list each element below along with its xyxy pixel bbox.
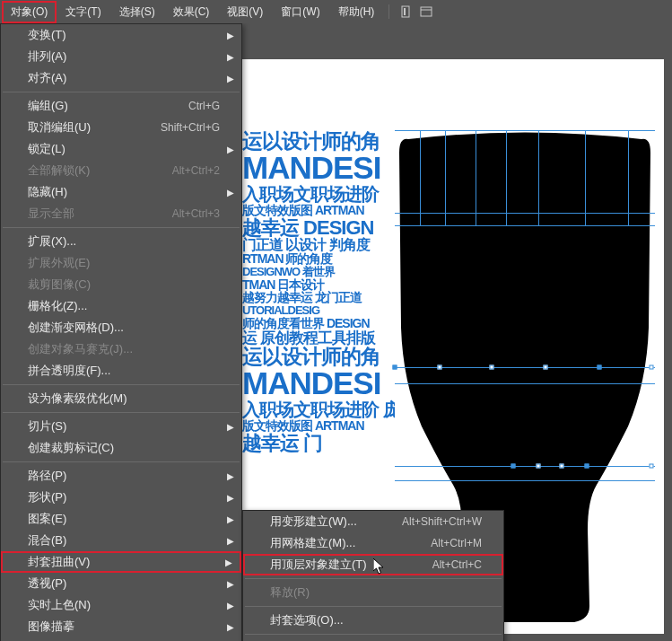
menu-item[interactable]: 对齐(A)▶ xyxy=(1,67,241,89)
submenu-arrow-icon: ▶ xyxy=(227,188,234,198)
svg-rect-2 xyxy=(421,7,432,16)
menu-item[interactable]: 设为像素级优化(M) xyxy=(1,388,241,409)
submenu-arrow-icon: ▶ xyxy=(227,471,234,481)
menu-item[interactable]: 图像描摹▶ xyxy=(1,616,241,637)
menu-item[interactable]: 扩展(X)... xyxy=(1,231,241,252)
text-design-block[interactable]: 运以设计师的角MANDESI入职场文职场进阶版文特效版图 ARTMAN越幸运 D… xyxy=(242,130,395,525)
menu-item[interactable]: 图案(E)▶ xyxy=(1,508,241,530)
menu-item[interactable]: 变换(T)▶ xyxy=(1,24,241,46)
submenu-arrow-icon: ▶ xyxy=(227,31,234,40)
object-menu-dropdown: 变换(T)▶排列(A)▶对齐(A)▶编组(G)Ctrl+G取消编组(U)Shif… xyxy=(0,23,242,641)
design-text-line: 越幸运 DESIGN xyxy=(242,217,395,238)
menu-item: 创建对象马赛克(J)... xyxy=(1,338,241,360)
submenu-arrow-icon: ▶ xyxy=(227,145,234,154)
submenu-arrow-icon: ▶ xyxy=(227,74,234,83)
menu-item[interactable]: 形状(P)▶ xyxy=(1,487,241,508)
design-text-line: 入职场文职场进阶 庞 xyxy=(242,400,395,419)
submenu-arrow-icon: ▶ xyxy=(227,514,234,524)
menu-item: 裁剪图像(C) xyxy=(1,274,241,295)
submenu-arrow-icon: ▶ xyxy=(227,422,234,432)
design-text-line: TMAN 日本设计 xyxy=(242,278,395,292)
menu-item: 显示全部Alt+Ctrl+3 xyxy=(1,203,241,224)
menu-view[interactable]: 视图(V) xyxy=(218,1,272,23)
design-text-line: 运以设计师的角 xyxy=(242,346,395,367)
menu-item[interactable]: 透视(P)▶ xyxy=(1,573,241,594)
menu-item[interactable]: 隐藏(H)▶ xyxy=(1,181,241,203)
menu-object[interactable]: 对象(O) xyxy=(2,1,57,23)
menu-item[interactable]: 实时上色(N)▶ xyxy=(1,594,241,616)
menu-item[interactable]: 拼合透明度(F)... xyxy=(1,360,241,382)
svg-rect-1 xyxy=(404,8,406,15)
menu-item[interactable]: 切片(S)▶ xyxy=(1,416,241,437)
menu-item: 扩展外观(E) xyxy=(1,252,241,274)
menubar: 对象(O) 文字(T) 选择(S) 效果(C) 视图(V) 窗口(W) 帮助(H… xyxy=(0,0,672,23)
design-text-line: 运以设计师的角 xyxy=(242,130,395,152)
menu-help[interactable]: 帮助(H) xyxy=(329,1,384,23)
menu-effect[interactable]: 效果(C) xyxy=(164,1,219,23)
design-text-line: DESIGNWO 着世界 xyxy=(242,266,395,278)
menu-item[interactable]: 文本绕排(W)▶ xyxy=(1,637,241,641)
mouse-cursor-icon xyxy=(373,558,386,578)
submenu-item[interactable]: 用变形建立(W)...Alt+Shift+Ctrl+W xyxy=(243,511,503,532)
menu-type[interactable]: 文字(T) xyxy=(57,1,109,23)
design-text-line: 版文特效版图 ARTMAN xyxy=(242,419,395,433)
doc-icon[interactable] xyxy=(398,4,415,20)
submenu-item[interactable]: 封套选项(O)... xyxy=(243,610,503,631)
submenu-arrow-icon: ▶ xyxy=(227,601,234,610)
design-text-line: UTORIALDESIG xyxy=(242,304,395,317)
submenu-item: 释放(R) xyxy=(243,582,503,603)
menu-select[interactable]: 选择(S) xyxy=(110,1,164,23)
menu-item[interactable]: 封套扭曲(V)▶ xyxy=(1,551,241,573)
design-text-line: 运 原创教程工具排版 xyxy=(242,330,395,347)
menu-window[interactable]: 窗口(W) xyxy=(272,1,328,23)
menubar-divider xyxy=(388,4,389,19)
design-text-line: MANDESI xyxy=(242,152,395,185)
menu-item[interactable]: 锁定(L)▶ xyxy=(1,138,241,160)
design-text-line: 入职场文职场进阶 xyxy=(242,185,395,204)
menu-item[interactable]: 创建裁剪标记(C) xyxy=(1,437,241,459)
submenu-arrow-icon: ▶ xyxy=(227,579,234,589)
submenu-arrow-icon: ▶ xyxy=(227,622,234,632)
menu-item[interactable]: 排列(A)▶ xyxy=(1,46,241,67)
design-text-line: 越努力越幸运 龙门正道 xyxy=(242,291,395,304)
submenu-arrow-icon: ▶ xyxy=(227,536,234,546)
menubar-icons xyxy=(398,4,434,20)
menu-item: 全部解锁(K)Alt+Ctrl+2 xyxy=(1,160,241,181)
design-text-line: MANDESI xyxy=(242,367,395,400)
design-text-line: 版文特效版图 ARTMAN xyxy=(242,204,395,217)
menu-item[interactable]: 创建渐变网格(D)... xyxy=(1,317,241,338)
menu-item[interactable]: 栅格化(Z)... xyxy=(1,295,241,317)
menu-item[interactable]: 混合(B)▶ xyxy=(1,530,241,551)
design-text-line: 门正道 以设计 判角度 xyxy=(242,238,395,253)
submenu-item[interactable]: 用网格建立(M)...Alt+Ctrl+M xyxy=(243,532,503,554)
design-text-line: RTMAN 师的角度 xyxy=(242,252,395,266)
menu-item[interactable]: 路径(P)▶ xyxy=(1,465,241,487)
submenu-item: 扩展(X) xyxy=(243,637,503,641)
design-text-line: 越幸运 门 xyxy=(242,433,395,453)
design-text-line: 师的角度看世界 DESIGN xyxy=(242,317,395,330)
menu-item[interactable]: 取消编组(U)Shift+Ctrl+G xyxy=(1,117,241,138)
submenu-arrow-icon: ▶ xyxy=(225,558,232,567)
submenu-arrow-icon: ▶ xyxy=(227,52,234,62)
menu-item[interactable]: 编组(G)Ctrl+G xyxy=(1,95,241,117)
panel-icon[interactable] xyxy=(418,4,434,20)
submenu-arrow-icon: ▶ xyxy=(227,493,234,503)
